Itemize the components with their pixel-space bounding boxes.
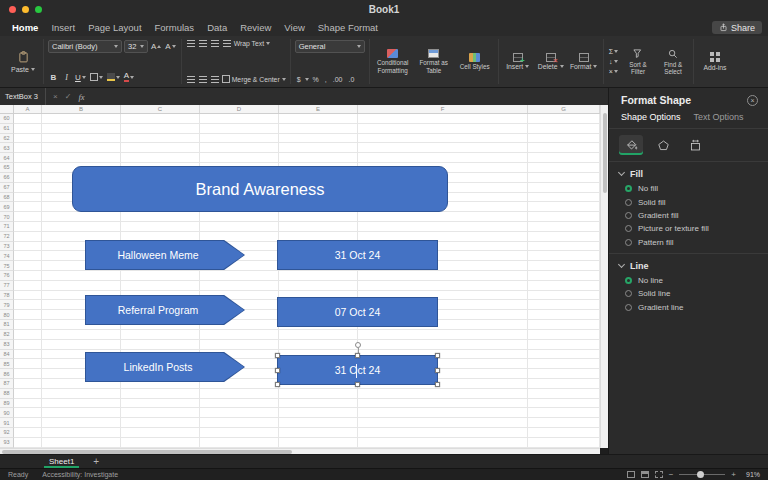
status-accessibility[interactable]: Accessibility: Investigate	[42, 471, 118, 478]
font-color-button[interactable]: A	[123, 71, 135, 83]
resize-handle-se[interactable]	[435, 382, 440, 387]
grow-font-button[interactable]: A	[150, 41, 162, 53]
shape-halloween-meme[interactable]: Halloween Meme	[85, 240, 245, 270]
radio-icon[interactable]	[625, 225, 632, 232]
zoom-slider-knob[interactable]	[697, 471, 704, 478]
radio-icon[interactable]	[625, 212, 632, 219]
fill-button[interactable]: ↓	[608, 57, 619, 67]
shape-date-referral[interactable]: 07 Oct 24	[277, 297, 438, 327]
zoom-level[interactable]: 91%	[742, 471, 760, 478]
formula-input[interactable]	[85, 88, 608, 105]
format-cells-button[interactable]: Format	[569, 53, 599, 70]
shape-brand-awareness[interactable]: Brand Awareness	[72, 166, 448, 212]
add-sheet-button[interactable]: +	[93, 457, 99, 467]
section-header-fill[interactable]: Fill	[609, 162, 768, 182]
horizontal-scrollbar-thumb[interactable]	[2, 450, 292, 454]
resize-handle-ne[interactable]	[435, 353, 440, 358]
clear-button[interactable]: ×	[608, 67, 619, 77]
autosum-button[interactable]: Σ	[608, 47, 619, 57]
radio-icon[interactable]	[625, 290, 632, 297]
cancel-icon[interactable]: ×	[53, 92, 58, 101]
align-left-icon[interactable]	[187, 76, 195, 83]
align-top-icon[interactable]	[187, 40, 195, 47]
accounting-format-button[interactable]: $	[295, 76, 303, 83]
page-break-view-icon[interactable]	[655, 471, 663, 478]
increase-decimal-button[interactable]: .00	[331, 76, 345, 83]
merge-center-button[interactable]: Merge & Center	[222, 75, 286, 83]
resize-handle-n[interactable]	[355, 353, 360, 358]
align-bottom-icon[interactable]	[211, 40, 219, 47]
delete-cells-button[interactable]: Delete	[536, 53, 566, 70]
radio-option-gradient-line[interactable]: Gradient line	[609, 301, 768, 314]
resize-handle-sw[interactable]	[275, 382, 280, 387]
rotate-handle[interactable]	[355, 342, 361, 348]
enter-icon[interactable]: ✓	[65, 92, 72, 101]
radio-option-solid-fill[interactable]: Solid fill	[609, 195, 768, 208]
cell-styles-button[interactable]: Cell Styles	[456, 53, 494, 70]
normal-view-icon[interactable]	[627, 471, 635, 478]
page-layout-view-icon[interactable]	[641, 471, 649, 478]
align-right-icon[interactable]	[211, 76, 219, 83]
vertical-scrollbar[interactable]	[600, 105, 608, 448]
radio-icon[interactable]	[625, 239, 632, 246]
sort-filter-button[interactable]: Sort & Filter	[622, 48, 654, 75]
radio-option-solid-line[interactable]: Solid line	[609, 287, 768, 300]
zoom-slider[interactable]	[679, 474, 725, 475]
share-button[interactable]: Share	[712, 21, 762, 34]
wrap-text-button[interactable]: Wrap Text	[222, 40, 270, 47]
underline-button[interactable]: U	[74, 71, 87, 83]
italic-button[interactable]: I	[61, 71, 72, 83]
sheet-tab-sheet1[interactable]: Sheet1	[40, 455, 83, 468]
bold-button[interactable]: B	[48, 71, 59, 83]
resize-handle-w[interactable]	[275, 368, 280, 373]
radio-option-picture-or-texture-fill[interactable]: Picture or texture fill	[609, 222, 768, 235]
comma-format-button[interactable]: ,	[323, 76, 329, 83]
resize-handle-e[interactable]	[435, 368, 440, 373]
addins-button[interactable]: Add-ins	[698, 52, 732, 71]
resize-handle-s[interactable]	[355, 382, 360, 387]
shrink-font-button[interactable]: A	[164, 41, 176, 53]
menu-tab-view[interactable]: View	[278, 21, 310, 34]
align-middle-icon[interactable]	[199, 40, 207, 47]
fill-and-line-icon[interactable]	[619, 135, 643, 155]
menu-tab-page-layout[interactable]: Page Layout	[82, 21, 147, 34]
effects-icon[interactable]	[651, 135, 675, 155]
zoom-out-icon[interactable]: −	[669, 470, 674, 479]
percent-format-button[interactable]: %	[311, 76, 321, 83]
menu-tab-review[interactable]: Review	[234, 21, 277, 34]
decrease-decimal-button[interactable]: .0	[347, 76, 357, 83]
shape-date-linkedin-selected[interactable]: 31 Oct 24	[277, 355, 438, 385]
spreadsheet-grid[interactable]: ABCDEFG 60616263646566676869707172737475…	[0, 105, 600, 448]
find-select-button[interactable]: Find & Select	[657, 48, 689, 75]
menu-tab-shape-format[interactable]: Shape Format	[312, 21, 384, 34]
radio-icon[interactable]	[625, 304, 632, 311]
menu-tab-insert[interactable]: Insert	[45, 21, 81, 34]
menu-tab-home[interactable]: Home	[6, 21, 44, 34]
number-format-select[interactable]: General	[295, 40, 365, 53]
radio-option-pattern-fill[interactable]: Pattern fill	[609, 236, 768, 249]
radio-option-gradient-fill[interactable]: Gradient fill	[609, 209, 768, 222]
close-panel-icon[interactable]: ×	[747, 95, 758, 106]
shape-date-halloween[interactable]: 31 Oct 24	[277, 240, 438, 270]
borders-button[interactable]	[89, 71, 104, 83]
name-box[interactable]: TextBox 3	[0, 88, 46, 105]
section-header-line[interactable]: Line	[609, 253, 768, 274]
radio-icon[interactable]	[625, 185, 632, 192]
paste-button[interactable]: Paste	[7, 40, 39, 83]
radio-icon[interactable]	[625, 277, 632, 284]
shape-linkedin-posts[interactable]: LinkedIn Posts	[85, 352, 245, 382]
vertical-scrollbar-thumb[interactable]	[603, 113, 607, 193]
shape-referral-program[interactable]: Referral Program	[85, 295, 245, 325]
fill-color-button[interactable]	[106, 71, 121, 83]
zoom-in-icon[interactable]: +	[731, 470, 736, 479]
font-name-select[interactable]: Calibri (Body)	[48, 40, 122, 53]
font-size-select[interactable]: 32	[124, 40, 148, 53]
insert-cells-button[interactable]: Insert	[503, 53, 533, 70]
panel-tab-shape-options[interactable]: Shape Options	[621, 112, 681, 122]
radio-icon[interactable]	[625, 199, 632, 206]
radio-option-no-line[interactable]: No line	[609, 274, 768, 287]
resize-handle-nw[interactable]	[275, 353, 280, 358]
size-and-properties-icon[interactable]	[683, 135, 707, 155]
format-as-table-button[interactable]: Format as Table	[415, 49, 453, 73]
menu-tab-data[interactable]: Data	[201, 21, 233, 34]
